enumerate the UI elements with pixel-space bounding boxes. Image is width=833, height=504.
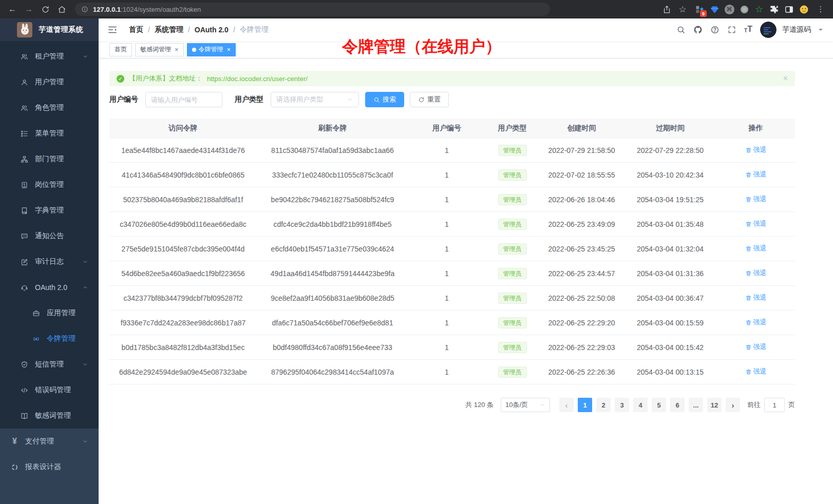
close-icon[interactable]: × bbox=[175, 46, 179, 53]
avatar[interactable] bbox=[760, 22, 777, 38]
cell-action: 强退 bbox=[716, 219, 795, 229]
force-logout-button[interactable]: 强退 bbox=[745, 293, 767, 302]
emoji-icon[interactable] bbox=[798, 3, 810, 15]
force-logout-button[interactable]: 强退 bbox=[745, 170, 767, 179]
page-12[interactable]: 12 bbox=[707, 398, 722, 412]
sidebar-item-role[interactable]: 角色管理 bbox=[0, 95, 99, 121]
help-icon[interactable] bbox=[710, 25, 720, 34]
reset-button[interactable]: 重置 bbox=[410, 92, 449, 107]
alert-link[interactable]: https://doc.iocoder.cn/user-center/ bbox=[207, 75, 308, 83]
sidebar-item-errcode[interactable]: 错误码管理 bbox=[0, 377, 99, 403]
user-id-input[interactable] bbox=[145, 92, 222, 107]
sidebar-item-user[interactable]: 用户管理 bbox=[0, 69, 99, 95]
table-row: 1ea5e44f8bc1467aaede43144f31de76811c5304… bbox=[109, 138, 795, 163]
star-green-icon[interactable]: ☆ bbox=[753, 3, 765, 15]
sms-icon bbox=[21, 361, 28, 369]
breadcrumb-item[interactable]: 首页 bbox=[129, 25, 143, 34]
page-size-select[interactable]: 10条/页 bbox=[501, 398, 550, 412]
collapse-sidebar-icon[interactable] bbox=[107, 25, 118, 35]
blocks-icon[interactable]: 9 bbox=[693, 3, 706, 15]
sidebar-item-token[interactable]: 令牌管理 bbox=[0, 326, 99, 352]
tag-首页[interactable]: 首页 bbox=[109, 43, 132, 56]
forward-icon[interactable]: → bbox=[22, 2, 36, 16]
sidebar-item-notice[interactable]: 通知公告 bbox=[0, 223, 99, 249]
force-logout-label: 强退 bbox=[753, 342, 767, 352]
github-icon[interactable] bbox=[693, 25, 703, 34]
search-icon[interactable] bbox=[676, 25, 686, 34]
force-logout-button[interactable]: 强退 bbox=[745, 318, 767, 327]
breadcrumb-item[interactable]: 系统管理 bbox=[155, 25, 183, 34]
home-icon[interactable] bbox=[54, 2, 69, 16]
close-icon[interactable]: × bbox=[227, 46, 231, 53]
sidebar-item-sensitive[interactable]: 敏感词管理 bbox=[0, 403, 99, 429]
font-size-icon[interactable]: TT bbox=[744, 25, 752, 34]
user-name[interactable]: 芋道源码 bbox=[782, 25, 811, 34]
tag-label: 令牌管理 bbox=[199, 45, 223, 54]
cell-action: 强退 bbox=[716, 244, 795, 254]
sidebar-item-app[interactable]: 应用管理 bbox=[0, 300, 99, 326]
reset-button-label: 重置 bbox=[427, 95, 441, 104]
prev-page-button[interactable]: ‹ bbox=[559, 398, 574, 412]
kebab-menu-icon[interactable]: ⋮ bbox=[813, 2, 828, 16]
force-logout-button[interactable]: 强退 bbox=[745, 244, 767, 253]
sidebar-item-dict[interactable]: 字典管理 bbox=[0, 198, 99, 223]
page-4[interactable]: 4 bbox=[633, 398, 648, 412]
app-logo[interactable]: 芋道管理系统 bbox=[0, 18, 99, 41]
page-5[interactable]: 5 bbox=[652, 398, 666, 412]
cell-uid: 1 bbox=[408, 245, 485, 253]
page-1[interactable]: 1 bbox=[578, 398, 592, 412]
goto-page-input[interactable] bbox=[764, 398, 785, 412]
chevron-down-icon bbox=[347, 96, 353, 103]
sidebar-item-post[interactable]: 岗位管理 bbox=[0, 172, 99, 198]
next-page-button[interactable]: › bbox=[726, 398, 740, 412]
pager-more[interactable]: ... bbox=[689, 398, 703, 412]
search-icon bbox=[373, 96, 380, 103]
back-icon[interactable]: ← bbox=[5, 2, 20, 16]
sidebar-item-menu[interactable]: 菜单管理 bbox=[0, 121, 99, 146]
tag-敏感词管理[interactable]: 敏感词管理× bbox=[135, 43, 184, 56]
sidebar-item-label: 错误码管理 bbox=[35, 385, 71, 395]
sidebar-item-tenant[interactable]: 租户管理 bbox=[0, 44, 99, 69]
cell-refresh: 811c530487574fa0af1a59d3abc1aa66 bbox=[257, 146, 408, 154]
reload-icon[interactable] bbox=[38, 2, 52, 16]
bookmark-star-icon[interactable]: ☆ bbox=[675, 2, 690, 16]
puzzle-icon[interactable] bbox=[768, 3, 780, 15]
sidebar-item-dept[interactable]: 部门管理 bbox=[0, 146, 99, 172]
sidebar-item-report[interactable]: 报表设计器 bbox=[0, 454, 99, 480]
cell-uid: 1 bbox=[408, 343, 485, 352]
force-logout-button[interactable]: 强退 bbox=[745, 219, 767, 228]
tag-令牌管理[interactable]: 令牌管理× bbox=[187, 43, 236, 56]
page-2[interactable]: 2 bbox=[596, 398, 611, 412]
force-logout-button[interactable]: 强退 bbox=[745, 367, 767, 376]
page-6[interactable]: 6 bbox=[670, 398, 685, 412]
sidebar-item-audit[interactable]: 审计日志 bbox=[0, 249, 99, 275]
force-logout-button[interactable]: 强退 bbox=[745, 195, 767, 204]
sidebar-item-sms[interactable]: 短信管理 bbox=[0, 352, 99, 377]
command-icon[interactable]: ⌘ bbox=[723, 3, 735, 15]
force-logout-button[interactable]: 强退 bbox=[745, 145, 767, 154]
side-panel-icon[interactable] bbox=[783, 3, 795, 15]
annotation-text: 令牌管理（在线用户） bbox=[342, 36, 501, 57]
fullscreen-icon[interactable] bbox=[727, 25, 736, 34]
page-3[interactable]: 3 bbox=[615, 398, 629, 412]
sidebar-item-oauth[interactable]: OAuth 2.0 bbox=[0, 275, 99, 300]
cell-uid: 1 bbox=[408, 269, 485, 278]
user-type-select[interactable]: 请选择用户类型 bbox=[271, 92, 359, 107]
url-bar[interactable]: 127.0.0.1:1024/system/oauth2/token bbox=[75, 3, 550, 16]
sidebar-item-pay[interactable]: ¥支付管理 bbox=[0, 429, 99, 454]
force-logout-button[interactable]: 强退 bbox=[745, 342, 767, 352]
force-logout-label: 强退 bbox=[753, 318, 767, 327]
gem-icon[interactable] bbox=[708, 3, 721, 15]
cell-refresh: e6cfd40eb1f54571a31e775e039c4624 bbox=[257, 245, 408, 253]
alert-close-icon[interactable]: × bbox=[783, 74, 788, 83]
user-type-badge: 管理员 bbox=[498, 219, 527, 230]
record-icon[interactable] bbox=[738, 3, 750, 15]
force-logout-button[interactable]: 强退 bbox=[745, 268, 767, 278]
share-icon[interactable] bbox=[659, 2, 674, 16]
caret-down-icon[interactable] bbox=[819, 29, 823, 33]
breadcrumb-item[interactable]: OAuth 2.0 bbox=[195, 26, 229, 34]
alert-text: 【用户体系】文档地址： bbox=[129, 74, 202, 83]
search-button[interactable]: 搜索 bbox=[365, 92, 404, 107]
site-info-icon[interactable] bbox=[81, 6, 88, 13]
force-logout-label: 强退 bbox=[753, 195, 767, 204]
